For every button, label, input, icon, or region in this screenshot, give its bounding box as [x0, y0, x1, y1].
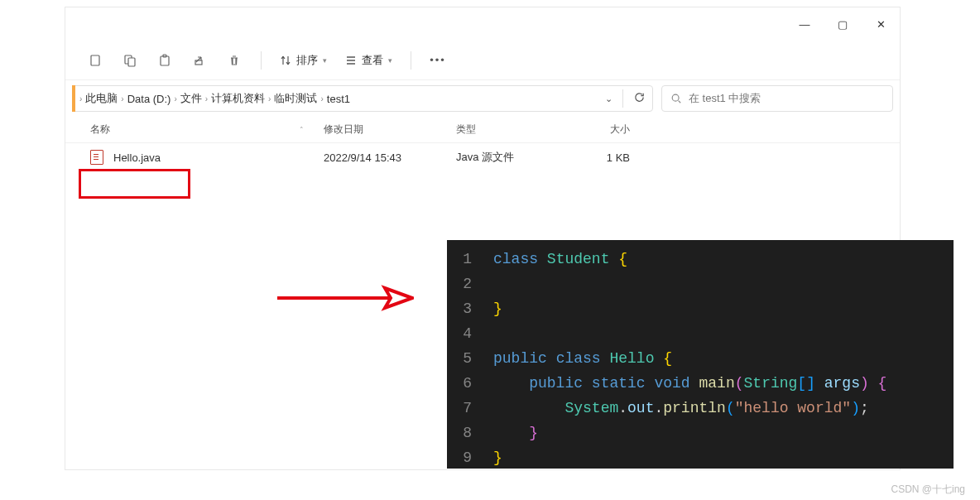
file-size: 1 KB [564, 151, 630, 164]
crumb-folder-1[interactable]: 文件 [180, 91, 202, 106]
code-content[interactable]: class Student { } public class Hello { p… [480, 240, 954, 469]
share-icon[interactable] [185, 48, 214, 73]
header-size[interactable]: 大小 [564, 123, 630, 137]
java-file-icon [90, 150, 103, 165]
crumb-current[interactable]: test1 [327, 93, 350, 105]
crumb-folder-3[interactable]: 临时测试 [274, 91, 317, 106]
file-type: Java 源文件 [456, 150, 564, 165]
annotation-arrow [273, 281, 414, 315]
chevron-down-icon[interactable]: ⌄ [605, 94, 612, 104]
refresh-icon[interactable] [633, 91, 646, 106]
chevron-right-icon: › [174, 94, 176, 103]
crumb-folder-2[interactable]: 计算机资料 [211, 91, 265, 106]
svg-rect-2 [128, 58, 135, 66]
sort-caret-icon: ˄ [300, 126, 304, 134]
view-icon [345, 55, 357, 66]
search-placeholder: 在 test1 中搜索 [689, 91, 761, 106]
chevron-right-icon: › [268, 94, 271, 103]
chevron-down-icon: ▾ [388, 56, 392, 65]
watermark: CSDN @十七ing [891, 483, 965, 497]
address-row: › 此电脑 › Data (D:) › 文件 › 计算机资料 › 临时测试 › … [65, 80, 900, 117]
chevron-right-icon: › [121, 94, 123, 103]
code-editor: 1 2 3 4 5 6 7 8 9 class Student { } publ… [447, 240, 954, 469]
new-icon[interactable] [80, 48, 110, 73]
toolbar-separator [411, 51, 411, 70]
view-button[interactable]: 查看 ▾ [339, 48, 399, 73]
file-name: Hello.java [113, 151, 161, 164]
header-type[interactable]: 类型 [456, 123, 564, 137]
svg-marker-8 [385, 288, 412, 308]
svg-rect-3 [161, 56, 169, 65]
chevron-right-icon: › [79, 94, 82, 103]
address-bar[interactable]: › 此电脑 › Data (D:) › 文件 › 计算机资料 › 临时测试 › … [72, 85, 653, 112]
view-label: 查看 [362, 53, 383, 68]
sort-label: 排序 [296, 53, 318, 68]
line-number-gutter: 1 2 3 4 5 6 7 8 9 [447, 240, 480, 469]
copy-icon[interactable] [115, 48, 145, 73]
crumb-this-pc[interactable]: 此电脑 [85, 91, 118, 106]
chevron-right-icon: › [205, 94, 208, 103]
column-headers: 名称 ˄ 修改日期 类型 大小 [65, 117, 900, 143]
more-icon[interactable]: ••• [423, 48, 453, 73]
crumb-drive[interactable]: Data (D:) [127, 93, 171, 105]
sort-icon [280, 55, 291, 66]
search-input[interactable]: 在 test1 中搜索 [661, 85, 893, 112]
toolbar: 排序 ▾ 查看 ▾ ••• [65, 41, 900, 80]
accent-bar [72, 85, 75, 112]
maximize-button[interactable]: ▢ [824, 11, 862, 37]
file-row[interactable]: Hello.java 2022/9/14 15:43 Java 源文件 1 KB [65, 143, 900, 171]
file-date: 2022/9/14 15:43 [324, 151, 456, 164]
minimize-button[interactable]: — [785, 11, 824, 37]
chevron-right-icon: › [320, 94, 323, 103]
close-button[interactable]: ✕ [862, 11, 900, 37]
chevron-down-icon: ▾ [323, 56, 327, 65]
titlebar: — ▢ ✕ [65, 7, 900, 41]
separator [622, 89, 623, 108]
svg-rect-0 [91, 55, 99, 65]
search-icon [670, 93, 682, 104]
svg-point-6 [672, 94, 679, 101]
header-name[interactable]: 名称 ˄ [84, 123, 324, 137]
paste-icon[interactable] [150, 48, 180, 73]
delete-icon[interactable] [219, 48, 249, 73]
toolbar-separator [261, 51, 262, 70]
svg-rect-5 [195, 60, 202, 65]
sort-button[interactable]: 排序 ▾ [273, 48, 334, 73]
header-date[interactable]: 修改日期 [324, 123, 456, 137]
